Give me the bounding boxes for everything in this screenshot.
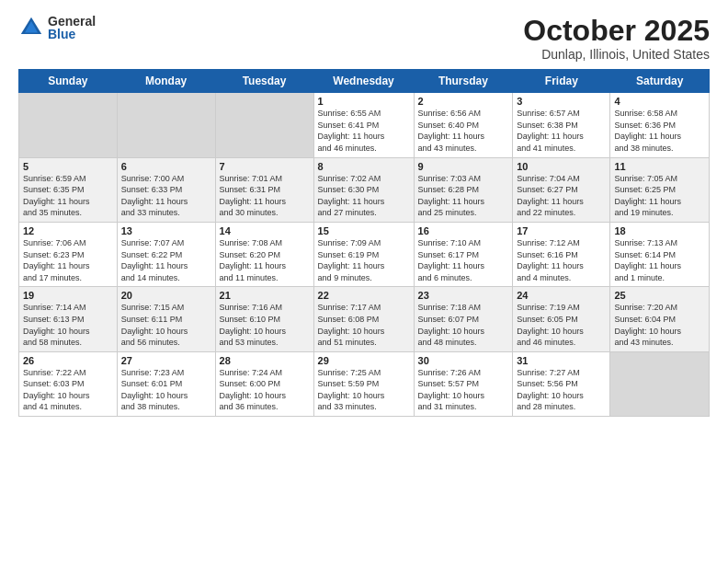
header-saturday: Saturday <box>610 70 710 93</box>
day-info-r4-c7: Sunrise: 7:20 AM Sunset: 6:04 PM Dayligh… <box>614 302 705 348</box>
day-info-r1-c4: Sunrise: 6:55 AM Sunset: 6:41 PM Dayligh… <box>318 108 410 154</box>
day-info-r1-c6: Sunrise: 6:57 AM Sunset: 6:38 PM Dayligh… <box>517 108 606 154</box>
day-info-r4-c1: Sunrise: 7:14 AM Sunset: 6:13 PM Dayligh… <box>23 302 113 348</box>
calendar-row-4: 19Sunrise: 7:14 AM Sunset: 6:13 PM Dayli… <box>19 287 710 351</box>
day-number-r5-c6: 31 <box>517 355 606 366</box>
calendar-cell-r4-c6: 24Sunrise: 7:19 AM Sunset: 6:05 PM Dayli… <box>513 287 610 351</box>
calendar-row-5: 26Sunrise: 7:22 AM Sunset: 6:03 PM Dayli… <box>19 351 710 416</box>
calendar-cell-r3-c1: 12Sunrise: 7:06 AM Sunset: 6:23 PM Dayli… <box>19 222 118 286</box>
calendar-cell-r1-c1 <box>19 93 118 157</box>
day-info-r3-c2: Sunrise: 7:07 AM Sunset: 6:22 PM Dayligh… <box>121 237 211 283</box>
calendar-cell-r4-c5: 23Sunrise: 7:18 AM Sunset: 6:07 PM Dayli… <box>414 287 513 351</box>
day-number-r1-c6: 3 <box>517 96 606 107</box>
calendar-cell-r5-c5: 30Sunrise: 7:26 AM Sunset: 5:57 PM Dayli… <box>414 351 513 416</box>
day-info-r2-c1: Sunrise: 6:59 AM Sunset: 6:35 PM Dayligh… <box>23 173 113 219</box>
day-info-r2-c4: Sunrise: 7:02 AM Sunset: 6:30 PM Dayligh… <box>318 173 410 219</box>
calendar-cell-r5-c2: 27Sunrise: 7:23 AM Sunset: 6:01 PM Dayli… <box>117 351 215 416</box>
day-info-r1-c7: Sunrise: 6:58 AM Sunset: 6:36 PM Dayligh… <box>614 108 705 154</box>
calendar-cell-r2-c5: 9Sunrise: 7:03 AM Sunset: 6:28 PM Daylig… <box>414 157 513 222</box>
calendar-cell-r5-c7 <box>610 351 710 416</box>
calendar-cell-r2-c1: 5Sunrise: 6:59 AM Sunset: 6:35 PM Daylig… <box>19 157 118 222</box>
day-info-r4-c4: Sunrise: 7:17 AM Sunset: 6:08 PM Dayligh… <box>318 302 410 348</box>
calendar-cell-r1-c6: 3Sunrise: 6:57 AM Sunset: 6:38 PM Daylig… <box>513 93 610 157</box>
calendar-table: Sunday Monday Tuesday Wednesday Thursday… <box>18 69 710 417</box>
day-info-r3-c1: Sunrise: 7:06 AM Sunset: 6:23 PM Dayligh… <box>23 237 113 283</box>
logo-general: General <box>48 15 96 28</box>
day-number-r2-c5: 9 <box>418 161 509 172</box>
day-number-r5-c1: 26 <box>23 355 113 366</box>
day-number-r1-c5: 2 <box>418 96 509 107</box>
day-number-r3-c5: 16 <box>418 225 509 236</box>
calendar-cell-r2-c7: 11Sunrise: 7:05 AM Sunset: 6:25 PM Dayli… <box>610 157 710 222</box>
title-block: October 2025 Dunlap, Illinois, United St… <box>523 15 710 62</box>
page: General Blue October 2025 Dunlap, Illino… <box>0 0 728 563</box>
calendar-cell-r1-c4: 1Sunrise: 6:55 AM Sunset: 6:41 PM Daylig… <box>313 93 414 157</box>
day-info-r4-c2: Sunrise: 7:15 AM Sunset: 6:11 PM Dayligh… <box>121 302 211 348</box>
weekday-header-row: Sunday Monday Tuesday Wednesday Thursday… <box>19 70 710 93</box>
calendar-cell-r1-c7: 4Sunrise: 6:58 AM Sunset: 6:36 PM Daylig… <box>610 93 710 157</box>
day-info-r5-c4: Sunrise: 7:25 AM Sunset: 5:59 PM Dayligh… <box>318 367 410 413</box>
day-number-r3-c7: 18 <box>614 225 705 236</box>
day-info-r3-c7: Sunrise: 7:13 AM Sunset: 6:14 PM Dayligh… <box>614 237 705 283</box>
day-info-r5-c1: Sunrise: 7:22 AM Sunset: 6:03 PM Dayligh… <box>23 367 113 413</box>
calendar-row-1: 1Sunrise: 6:55 AM Sunset: 6:41 PM Daylig… <box>19 93 710 157</box>
day-number-r4-c5: 23 <box>418 290 509 301</box>
day-info-r3-c3: Sunrise: 7:08 AM Sunset: 6:20 PM Dayligh… <box>220 237 310 283</box>
calendar-cell-r2-c3: 7Sunrise: 7:01 AM Sunset: 6:31 PM Daylig… <box>215 157 313 222</box>
day-number-r2-c7: 11 <box>614 161 705 172</box>
day-number-r5-c4: 29 <box>318 355 410 366</box>
logo-text: General Blue <box>48 15 96 40</box>
calendar-cell-r3-c6: 17Sunrise: 7:12 AM Sunset: 6:16 PM Dayli… <box>513 222 610 286</box>
day-info-r3-c6: Sunrise: 7:12 AM Sunset: 6:16 PM Dayligh… <box>517 237 606 283</box>
day-number-r5-c5: 30 <box>418 355 509 366</box>
day-number-r2-c3: 7 <box>220 161 310 172</box>
day-info-r2-c2: Sunrise: 7:00 AM Sunset: 6:33 PM Dayligh… <box>121 173 211 219</box>
day-number-r3-c6: 17 <box>517 225 606 236</box>
day-info-r2-c5: Sunrise: 7:03 AM Sunset: 6:28 PM Dayligh… <box>418 173 509 219</box>
calendar-cell-r3-c3: 14Sunrise: 7:08 AM Sunset: 6:20 PM Dayli… <box>215 222 313 286</box>
day-info-r3-c4: Sunrise: 7:09 AM Sunset: 6:19 PM Dayligh… <box>318 237 410 283</box>
day-number-r3-c3: 14 <box>220 225 310 236</box>
day-number-r3-c1: 12 <box>23 225 113 236</box>
day-info-r2-c7: Sunrise: 7:05 AM Sunset: 6:25 PM Dayligh… <box>614 173 705 219</box>
day-number-r4-c7: 25 <box>614 290 705 301</box>
calendar-cell-r5-c3: 28Sunrise: 7:24 AM Sunset: 6:00 PM Dayli… <box>215 351 313 416</box>
calendar-cell-r3-c5: 16Sunrise: 7:10 AM Sunset: 6:17 PM Dayli… <box>414 222 513 286</box>
day-number-r2-c2: 6 <box>121 161 211 172</box>
calendar-cell-r2-c6: 10Sunrise: 7:04 AM Sunset: 6:27 PM Dayli… <box>513 157 610 222</box>
calendar-cell-r4-c3: 21Sunrise: 7:16 AM Sunset: 6:10 PM Dayli… <box>215 287 313 351</box>
header: General Blue October 2025 Dunlap, Illino… <box>18 15 710 62</box>
calendar-cell-r3-c2: 13Sunrise: 7:07 AM Sunset: 6:22 PM Dayli… <box>117 222 215 286</box>
calendar-cell-r2-c4: 8Sunrise: 7:02 AM Sunset: 6:30 PM Daylig… <box>313 157 414 222</box>
header-monday: Monday <box>117 70 215 93</box>
day-info-r4-c6: Sunrise: 7:19 AM Sunset: 6:05 PM Dayligh… <box>517 302 606 348</box>
day-number-r3-c2: 13 <box>121 225 211 236</box>
day-info-r5-c5: Sunrise: 7:26 AM Sunset: 5:57 PM Dayligh… <box>418 367 509 413</box>
calendar-cell-r4-c2: 20Sunrise: 7:15 AM Sunset: 6:11 PM Dayli… <box>117 287 215 351</box>
calendar-cell-r1-c5: 2Sunrise: 6:56 AM Sunset: 6:40 PM Daylig… <box>414 93 513 157</box>
day-number-r2-c6: 10 <box>517 161 606 172</box>
calendar-cell-r4-c1: 19Sunrise: 7:14 AM Sunset: 6:13 PM Dayli… <box>19 287 118 351</box>
calendar-subtitle: Dunlap, Illinois, United States <box>523 47 710 62</box>
day-number-r2-c1: 5 <box>23 161 113 172</box>
day-info-r4-c5: Sunrise: 7:18 AM Sunset: 6:07 PM Dayligh… <box>418 302 509 348</box>
day-info-r1-c5: Sunrise: 6:56 AM Sunset: 6:40 PM Dayligh… <box>418 108 509 154</box>
calendar-cell-r1-c2 <box>117 93 215 157</box>
day-number-r5-c2: 27 <box>121 355 211 366</box>
day-info-r5-c3: Sunrise: 7:24 AM Sunset: 6:00 PM Dayligh… <box>220 367 310 413</box>
header-tuesday: Tuesday <box>215 70 313 93</box>
day-number-r2-c4: 8 <box>318 161 410 172</box>
header-sunday: Sunday <box>19 70 118 93</box>
day-info-r4-c3: Sunrise: 7:16 AM Sunset: 6:10 PM Dayligh… <box>220 302 310 348</box>
header-friday: Friday <box>513 70 610 93</box>
calendar-cell-r3-c7: 18Sunrise: 7:13 AM Sunset: 6:14 PM Dayli… <box>610 222 710 286</box>
day-number-r4-c6: 24 <box>517 290 606 301</box>
calendar-cell-r1-c3 <box>215 93 313 157</box>
day-number-r5-c3: 28 <box>220 355 310 366</box>
calendar-row-3: 12Sunrise: 7:06 AM Sunset: 6:23 PM Dayli… <box>19 222 710 286</box>
header-thursday: Thursday <box>414 70 513 93</box>
day-number-r3-c4: 15 <box>318 225 410 236</box>
logo-blue: Blue <box>48 28 96 40</box>
calendar-cell-r4-c4: 22Sunrise: 7:17 AM Sunset: 6:08 PM Dayli… <box>313 287 414 351</box>
day-info-r2-c3: Sunrise: 7:01 AM Sunset: 6:31 PM Dayligh… <box>220 173 310 219</box>
